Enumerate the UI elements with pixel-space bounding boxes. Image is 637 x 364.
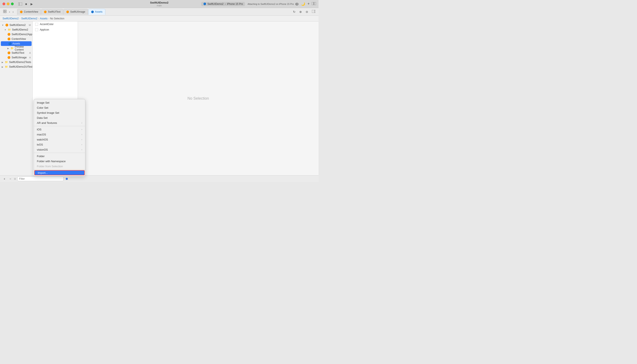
menu-item-folder-selection: Folder from Selection xyxy=(34,164,85,169)
stop-button[interactable]: ■ xyxy=(24,2,28,6)
refresh-button[interactable]: ↻ xyxy=(292,10,296,14)
accentcolor-checkbox[interactable] xyxy=(35,23,38,26)
ios-chevron: › xyxy=(82,128,82,130)
disclosure-swiftuidemo2-root: ▼ xyxy=(2,24,4,26)
breadcrumb-root[interactable]: SwiftUIDemo2 xyxy=(2,17,19,20)
filter-icon: ⊙ xyxy=(14,177,16,180)
watchos-chevron: › xyxy=(82,138,82,141)
sidebar-toggle-button[interactable] xyxy=(18,2,22,6)
sidebar-badge-swiftuiText: A xyxy=(29,52,31,54)
sidebar-item-contentview[interactable]: 🟠 ContentView xyxy=(0,37,32,41)
disclosure-swiftuidemo2uitests: ▶ xyxy=(2,66,3,68)
menu-item-watchos[interactable]: watchOS › xyxy=(34,137,85,142)
content-area: No Selection xyxy=(78,22,318,175)
context-menu: Image Set Color Set Symbol Image Set Dat… xyxy=(34,99,85,176)
menu-item-ar-textures[interactable]: AR and Textures › xyxy=(34,120,85,125)
sidebar-item-swiftuidemo2uitests[interactable]: ▶ 📁 SwiftUIDemo2UITests xyxy=(0,64,32,69)
menu-separator-3 xyxy=(34,169,85,170)
device-selector[interactable]: 🔵 SwiftUIDemo2 › iPhone 15 Pro xyxy=(201,2,245,6)
moon-icon[interactable]: 🌙 xyxy=(301,2,305,6)
sidebar-label-swiftuiImage: SwiftUIImage xyxy=(12,56,26,59)
appicon-checkbox[interactable] xyxy=(35,28,38,31)
asset-item-accentcolor[interactable]: AccentColor xyxy=(33,22,78,27)
menu-item-color-set[interactable]: Color Set xyxy=(34,105,85,110)
tab-bar: 🟠 ContentView 🟠 SwiftUIText 🟠 SwiftUIIma… xyxy=(17,9,291,15)
swiftuiText-tab-icon: 🟠 xyxy=(44,10,47,13)
macos-chevron: › xyxy=(82,133,82,136)
split-view-icon[interactable] xyxy=(312,2,316,6)
forward-button[interactable]: › xyxy=(12,10,15,14)
swiftuidemo2-group-icon: 📁 xyxy=(8,28,11,31)
menu-item-image-set[interactable]: Image Set xyxy=(34,100,85,105)
appicon-label: AppIcon xyxy=(40,28,49,31)
menu-item-import[interactable]: Import... xyxy=(34,170,85,175)
remove-button[interactable]: − xyxy=(8,176,13,181)
svg-rect-6 xyxy=(3,12,5,13)
visionos-chevron: › xyxy=(82,148,82,151)
svg-rect-0 xyxy=(18,2,22,6)
inspector-button[interactable] xyxy=(311,10,316,14)
sidebar-item-previewcontent[interactable]: ▶ 📁 Preview Content xyxy=(0,46,32,50)
app-subtitle: main xyxy=(157,4,162,7)
nav-buttons: ‹ › xyxy=(2,9,14,14)
sidebar-item-swiftuidemo2-group[interactable]: ▼ 📁 SwiftUIDemo2 xyxy=(0,28,32,32)
svg-rect-5 xyxy=(5,10,6,11)
swiftuidemo2-root-icon: 🟠 xyxy=(5,24,8,26)
app-title: SwiftUIDemo2 xyxy=(150,1,168,4)
sidebar-item-swiftuidemo2-root[interactable]: ▼ 🟠 SwiftUIDemo2 M xyxy=(0,23,32,28)
svg-rect-3 xyxy=(314,2,316,5)
menu-item-folder[interactable]: Folder xyxy=(34,154,85,158)
contentview-tab-icon: 🟠 xyxy=(20,10,23,13)
sidebar-label-swiftuiText: SwiftUIText xyxy=(12,52,24,54)
tab-assets[interactable]: 🔵 Assets xyxy=(88,9,105,15)
tab-swiftuiImage[interactable]: 🟠 SwiftUIImage xyxy=(64,9,88,15)
tab-contentview[interactable]: 🟠 ContentView xyxy=(17,9,41,15)
grid-view-button[interactable] xyxy=(2,9,8,14)
asset-item-appicon[interactable]: AppIcon xyxy=(33,27,78,32)
run-button[interactable]: ▶ xyxy=(30,2,34,6)
filter-input[interactable] xyxy=(17,176,64,181)
breadcrumb-current: No Selection xyxy=(50,17,64,20)
menu-item-tvos[interactable]: tvOS › xyxy=(34,142,85,147)
sidebar-badge-root: M xyxy=(29,24,31,26)
zoom-out-button[interactable]: ⊖ xyxy=(304,10,309,14)
contentview-tab-label: ContentView xyxy=(24,10,38,13)
sidebar-label-previewcontent: Preview Content xyxy=(15,45,31,51)
menu-item-ios[interactable]: iOS › xyxy=(34,127,85,132)
swiftuidemo2uitests-icon: 📁 xyxy=(5,65,8,68)
sidebar-item-swiftuidemo2app[interactable]: 🟠 SwiftUIDemo2App xyxy=(0,32,32,37)
back-button[interactable]: ‹ xyxy=(8,10,11,14)
menu-item-visionos[interactable]: visionOS › xyxy=(34,147,85,152)
breadcrumb-sep-device: › xyxy=(225,2,226,6)
swiftuiImage-icon: 🟠 xyxy=(7,56,10,59)
menu-item-data-set[interactable]: Data Set xyxy=(34,115,85,120)
svg-rect-8 xyxy=(312,10,315,13)
menu-item-symbol-image-set[interactable]: Symbol Image Set xyxy=(34,110,85,115)
assets-tab-icon: 🔵 xyxy=(91,10,94,13)
breadcrumb-assets[interactable]: Assets xyxy=(40,17,48,20)
sidebar-label-swiftuidemo2-group: SwiftUIDemo2 xyxy=(12,28,28,31)
attaching-count: 3 xyxy=(295,3,299,6)
maximize-button[interactable] xyxy=(11,2,14,5)
assets-tab-label: Assets xyxy=(95,10,102,13)
menu-item-macos[interactable]: macOS › xyxy=(34,132,85,137)
swiftuiText-tab-label: SwiftUIText xyxy=(48,10,60,13)
status-dot xyxy=(66,178,68,180)
breadcrumb-group[interactable]: SwiftUIDemo2 xyxy=(21,17,38,20)
accentcolor-label: AccentColor xyxy=(40,23,54,26)
minimize-button[interactable] xyxy=(7,2,10,5)
title-bar-center: SwiftUIDemo2 main xyxy=(150,1,168,7)
add-tab-icon[interactable]: + xyxy=(307,2,310,6)
svg-rect-7 xyxy=(5,12,6,13)
add-button[interactable]: + xyxy=(2,176,7,181)
close-button[interactable] xyxy=(2,2,5,5)
sidebar-item-swiftuiImage[interactable]: 🟠 SwiftUIImage A xyxy=(0,55,32,60)
zoom-in-button[interactable]: ⊕ xyxy=(298,10,303,14)
tab-swiftuiText[interactable]: 🟠 SwiftUIText xyxy=(41,9,63,15)
sidebar-item-swiftuidemo2tests[interactable]: ▶ 📁 SwiftUIDemo2Tests xyxy=(0,60,32,64)
swiftuidemo2app-icon: 🟠 xyxy=(7,33,10,36)
sidebar-item-swiftuiText[interactable]: 🟠 SwiftUIText A xyxy=(0,50,32,55)
menu-item-folder-namespace[interactable]: Folder with Namespace xyxy=(34,158,85,164)
swiftuiImage-tab-label: SwiftUIImage xyxy=(70,10,85,13)
disclosure-swiftuidemo2tests: ▶ xyxy=(2,61,3,64)
